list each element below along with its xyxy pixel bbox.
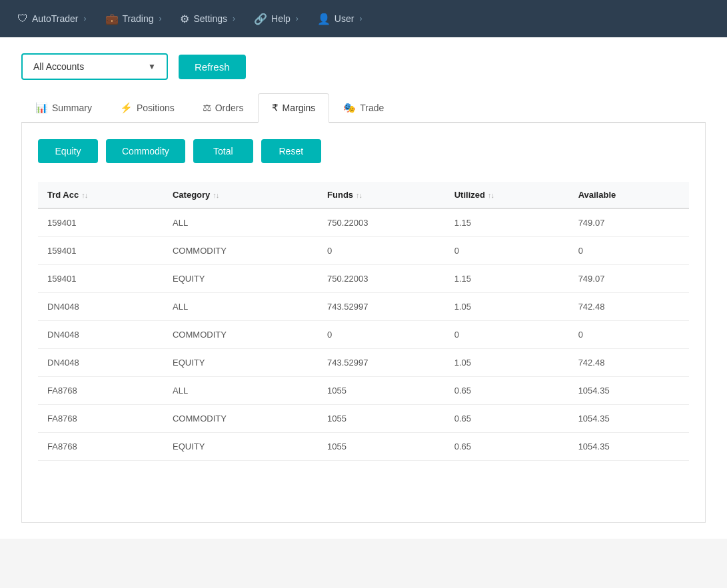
nav-item-trading[interactable]: 💼 Trading ›: [99, 7, 169, 31]
margins-table: Trd Acc↑↓Category↑↓Funds↑↓Utilized↑↓Avai…: [38, 182, 689, 461]
cell-utilized: 0.65: [445, 377, 569, 405]
cell-trd-acc: DN4048: [38, 349, 163, 377]
cell-category: COMMODITY: [163, 237, 318, 265]
col-label-category: Category: [173, 190, 210, 200]
cell-funds: 1055: [318, 433, 445, 461]
cell-utilized: 0: [445, 321, 569, 349]
table-row: 159401ALL750.220031.15749.07: [38, 208, 689, 237]
positions-tab-label: Positions: [137, 103, 175, 113]
table-row: FA8768ALL10550.651054.35: [38, 377, 689, 405]
user-nav-label: User: [335, 13, 355, 24]
cell-funds: 1055: [318, 405, 445, 433]
cell-utilized: 1.05: [445, 349, 569, 377]
tabs-container: 📊 Summary⚡ Positions⚖ Orders₹ Margins🎭 T…: [21, 93, 706, 123]
tab-positions[interactable]: ⚡ Positions: [106, 93, 189, 122]
positions-tab-icon: ⚡: [120, 102, 133, 114]
sort-icon-trd_acc: ↑↓: [81, 191, 87, 199]
cell-available: 0: [569, 237, 689, 265]
user-nav-icon: 👤: [317, 13, 331, 25]
cell-trd-acc: 159401: [38, 237, 163, 265]
cell-trd-acc: DN4048: [38, 321, 163, 349]
cell-utilized: 0: [445, 237, 569, 265]
cell-available: 749.07: [569, 208, 689, 237]
chevron-down-icon: ▼: [148, 62, 156, 71]
trading-nav-label: Trading: [123, 13, 154, 24]
margins-tab-label: Margins: [283, 103, 316, 113]
col-label-funds: Funds: [327, 190, 353, 200]
filter-btn-equity[interactable]: Equity: [38, 139, 98, 163]
trade-tab-icon: 🎭: [343, 102, 356, 114]
table-header-row: Trd Acc↑↓Category↑↓Funds↑↓Utilized↑↓Avai…: [38, 182, 689, 208]
cell-category: EQUITY: [163, 349, 318, 377]
cell-trd-acc: FA8768: [38, 377, 163, 405]
cell-funds: 743.52997: [318, 293, 445, 321]
content-panel: EquityCommodityTotalReset Trd Acc↑↓Categ…: [21, 123, 706, 523]
cell-category: ALL: [163, 293, 318, 321]
settings-nav-icon: ⚙: [180, 13, 189, 25]
table-row: DN4048ALL743.529971.05742.48: [38, 293, 689, 321]
col-header-utilized[interactable]: Utilized↑↓: [445, 182, 569, 208]
trading-nav-icon: 💼: [105, 13, 119, 25]
summary-tab-icon: 📊: [35, 102, 48, 114]
account-select-dropdown[interactable]: All Accounts ▼: [21, 53, 168, 80]
col-header-funds[interactable]: Funds↑↓: [318, 182, 445, 208]
nav-item-autotrader[interactable]: 🛡 AutoTrader ›: [11, 7, 93, 30]
cell-available: 1054.35: [569, 377, 689, 405]
tab-margins[interactable]: ₹ Margins: [258, 93, 330, 123]
cell-utilized: 0.65: [445, 405, 569, 433]
refresh-button[interactable]: Refresh: [179, 55, 246, 79]
help-nav-chevron: ›: [296, 14, 299, 23]
margins-tab-icon: ₹: [272, 102, 279, 114]
cell-available: 1054.35: [569, 433, 689, 461]
autotrader-nav-label: AutoTrader: [32, 13, 79, 24]
help-nav-icon: 🔗: [254, 13, 267, 25]
nav-item-help[interactable]: 🔗 Help ›: [247, 7, 305, 31]
nav-item-user[interactable]: 👤 User ›: [311, 7, 369, 31]
cell-funds: 750.22003: [318, 208, 445, 237]
col-header-category[interactable]: Category↑↓: [163, 182, 318, 208]
col-header-available: Available: [569, 182, 689, 208]
cell-utilized: 0.65: [445, 433, 569, 461]
table-row: DN4048EQUITY743.529971.05742.48: [38, 349, 689, 377]
filter-buttons-row: EquityCommodityTotalReset: [38, 139, 689, 163]
sort-icon-funds: ↑↓: [356, 191, 362, 199]
col-label-trd_acc: Trd Acc: [47, 190, 79, 200]
col-label-utilized: Utilized: [454, 190, 485, 200]
table-row: FA8768COMMODITY10550.651054.35: [38, 405, 689, 433]
tab-orders[interactable]: ⚖ Orders: [189, 93, 258, 122]
tab-summary[interactable]: 📊 Summary: [21, 93, 106, 122]
cell-available: 742.48: [569, 349, 689, 377]
cell-funds: 1055: [318, 377, 445, 405]
orders-tab-icon: ⚖: [203, 102, 211, 114]
cell-available: 1054.35: [569, 405, 689, 433]
cell-utilized: 1.05: [445, 293, 569, 321]
tab-trade[interactable]: 🎭 Trade: [329, 93, 398, 122]
col-header-trd_acc[interactable]: Trd Acc↑↓: [38, 182, 163, 208]
cell-category: ALL: [163, 377, 318, 405]
table-row: DN4048COMMODITY000: [38, 321, 689, 349]
cell-available: 749.07: [569, 265, 689, 293]
filter-btn-reset[interactable]: Reset: [261, 139, 321, 163]
cell-trd-acc: FA8768: [38, 405, 163, 433]
cell-funds: 750.22003: [318, 265, 445, 293]
settings-nav-label: Settings: [193, 13, 227, 24]
filter-btn-commodity[interactable]: Commodity: [106, 139, 185, 163]
col-label-available: Available: [578, 190, 616, 200]
filter-btn-total[interactable]: Total: [193, 139, 253, 163]
cell-trd-acc: DN4048: [38, 293, 163, 321]
top-navigation: 🛡 AutoTrader ›💼 Trading ›⚙ Settings ›🔗 H…: [0, 0, 727, 37]
nav-item-settings[interactable]: ⚙ Settings ›: [173, 7, 242, 31]
table-row: 159401COMMODITY000: [38, 237, 689, 265]
sort-icon-utilized: ↑↓: [488, 191, 494, 199]
sort-icon-category: ↑↓: [213, 191, 219, 199]
autotrader-nav-chevron: ›: [84, 14, 87, 23]
cell-category: COMMODITY: [163, 321, 318, 349]
cell-category: COMMODITY: [163, 405, 318, 433]
cell-available: 0: [569, 321, 689, 349]
cell-trd-acc: 159401: [38, 265, 163, 293]
cell-trd-acc: 159401: [38, 208, 163, 237]
trading-nav-chevron: ›: [159, 14, 161, 23]
cell-category: ALL: [163, 208, 318, 237]
table-row: 159401EQUITY750.220031.15749.07: [38, 265, 689, 293]
settings-nav-chevron: ›: [233, 14, 235, 23]
